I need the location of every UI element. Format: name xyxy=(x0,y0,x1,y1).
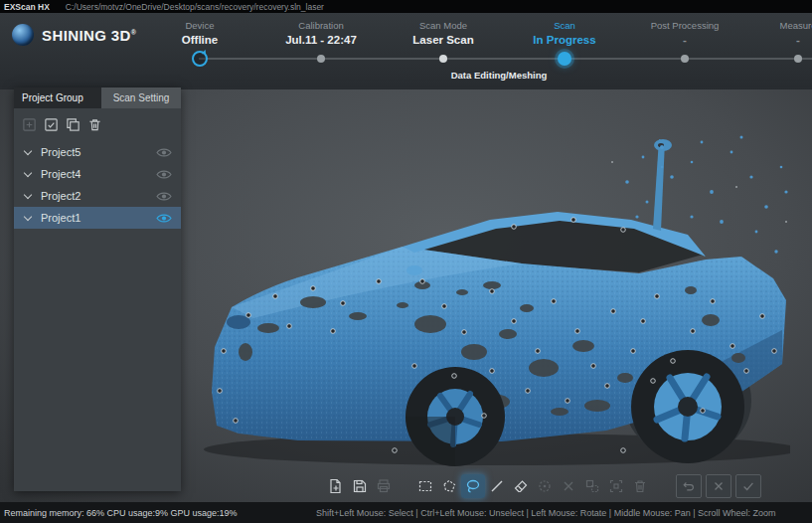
print-icon[interactable] xyxy=(372,474,396,498)
brand: SHINING 3D® xyxy=(12,24,136,46)
chevron-down-icon[interactable] xyxy=(24,212,32,220)
project-row-project4[interactable]: Project4 xyxy=(14,163,181,185)
step-dot-scan-mode[interactable] xyxy=(439,55,447,63)
tab-project-group[interactable]: Project Group xyxy=(14,87,101,108)
cancel-button[interactable] xyxy=(706,474,731,498)
system-usage: Remaining memory: 66% CPU usage:9% GPU u… xyxy=(4,508,238,518)
duplicate-project-icon[interactable] xyxy=(66,117,81,132)
status-bar: Remaining memory: 66% CPU usage:9% GPU u… xyxy=(0,502,812,523)
polygon-select-icon[interactable] xyxy=(437,474,461,498)
save-data-icon[interactable] xyxy=(348,474,372,498)
step-post-processing[interactable]: Post Processing - xyxy=(620,20,749,46)
rect-select-icon[interactable] xyxy=(413,474,437,498)
delete-selected-icon[interactable] xyxy=(557,474,580,498)
step-scan-mode[interactable]: Scan Mode Laser Scan xyxy=(379,20,508,46)
visibility-off-icon[interactable] xyxy=(156,191,172,202)
substep-label: Data Editing/Meshing xyxy=(451,70,548,81)
edit-toolbar xyxy=(324,474,761,498)
project-row-project2[interactable]: Project2 xyxy=(14,185,181,207)
file-path: C:/Users/motvz/OneDrive/Desktop/scans/re… xyxy=(66,2,324,12)
step-dot-measure[interactable] xyxy=(794,55,802,63)
brand-name: SHINING 3D® xyxy=(42,27,136,44)
project-row-project1[interactable]: Project1 xyxy=(14,207,181,229)
chevron-down-icon[interactable] xyxy=(24,168,32,176)
add-group-icon[interactable] xyxy=(22,117,37,132)
front-wheel xyxy=(406,367,505,466)
step-measure[interactable]: Measure - xyxy=(733,20,812,46)
visibility-on-icon[interactable] xyxy=(156,213,172,224)
header: SHINING 3D® Device Offline Calibration J… xyxy=(0,13,812,90)
project-list: Project5 Project4 Project2 Project1 xyxy=(14,141,181,229)
project-toolbar xyxy=(14,108,181,137)
invert-selection-icon[interactable] xyxy=(580,474,604,498)
undo-button[interactable] xyxy=(676,474,702,498)
step-scan[interactable]: Scan In Progress xyxy=(500,20,629,46)
rear-wheel xyxy=(631,350,744,463)
eraser-select-icon[interactable] xyxy=(509,474,533,498)
panel-tabs: Project Group Scan Setting xyxy=(14,87,181,108)
title-bar: EXScan HX C:/Users/motvz/OneDrive/Deskto… xyxy=(0,0,812,13)
visibility-off-icon[interactable] xyxy=(156,147,172,158)
connected-domain-icon[interactable] xyxy=(533,474,557,498)
tab-scan-setting[interactable]: Scan Setting xyxy=(101,87,181,108)
step-dot-post-processing[interactable] xyxy=(681,55,689,63)
step-dot-calibration[interactable] xyxy=(317,55,325,63)
scan-noise-spike xyxy=(653,139,672,231)
visibility-off-icon[interactable] xyxy=(156,169,172,180)
new-project-icon[interactable] xyxy=(44,117,59,132)
project-row-project5[interactable]: Project5 xyxy=(14,141,181,163)
device-refresh-icon[interactable] xyxy=(192,51,208,67)
lasso-select-icon[interactable] xyxy=(461,474,485,498)
load-project-icon[interactable] xyxy=(324,474,348,498)
shining3d-logo-icon xyxy=(12,24,34,46)
delete-project-icon[interactable] xyxy=(87,117,102,132)
step-device[interactable]: Device Offline xyxy=(135,20,264,46)
select-all-icon[interactable] xyxy=(604,474,628,498)
step-dot-scan-active[interactable] xyxy=(558,52,571,66)
chevron-down-icon[interactable] xyxy=(24,190,32,198)
progress-line xyxy=(199,58,812,60)
car-scan-pointcloud xyxy=(194,121,790,474)
project-panel: Project Group Scan Setting Project5 Proj… xyxy=(14,87,181,491)
confirm-button[interactable] xyxy=(735,474,761,498)
line-select-icon[interactable] xyxy=(485,474,509,498)
chevron-down-icon[interactable] xyxy=(24,146,32,154)
mouse-hints: Shift+Left Mouse: Select | Ctrl+Left Mou… xyxy=(316,508,776,518)
step-calibration[interactable]: Calibration Jul.11 - 22:47 xyxy=(256,20,386,46)
delete-data-icon[interactable] xyxy=(628,474,652,498)
app-title: EXScan HX xyxy=(4,2,50,12)
